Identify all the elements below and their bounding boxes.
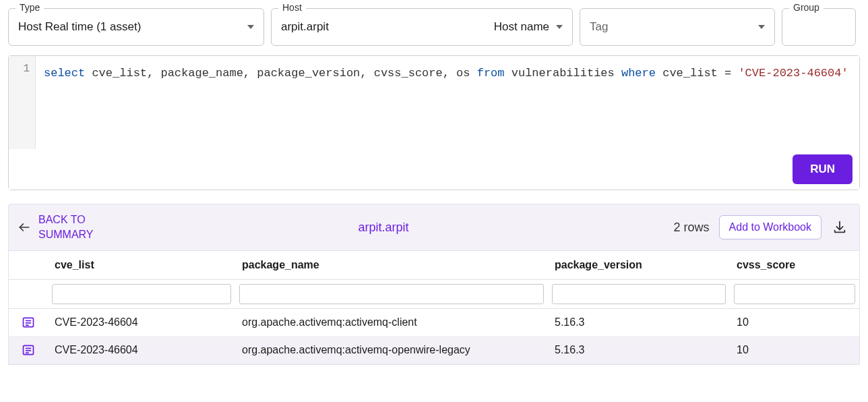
editor-gutter: 1 (9, 56, 36, 149)
filter-cve-list[interactable] (52, 284, 231, 304)
results-identity: arpit.arpit (94, 221, 674, 235)
cell-package-name: org.apache.activemq:activemq-openwire-le… (235, 337, 548, 364)
caret-down-icon (247, 25, 254, 29)
query-editor: 1 select cve_list, package_name, package… (8, 55, 860, 190)
col-cve-list[interactable]: cve_list (48, 251, 235, 280)
expand-row-icon[interactable] (16, 316, 41, 329)
caret-down-icon (758, 25, 765, 29)
cell-package-name: org.apache.activemq:activemq-client (235, 309, 548, 337)
expand-row-icon[interactable] (16, 343, 41, 357)
cell-cve-list: CVE-2023-46604 (48, 309, 235, 337)
caret-down-icon (556, 25, 563, 29)
results-table-wrap: cve_list package_name package_version cv… (8, 251, 860, 365)
cell-cve-list: CVE-2023-46604 (48, 337, 235, 364)
filter-package-name[interactable] (239, 284, 544, 304)
col-package-name[interactable]: package_name (235, 251, 548, 280)
run-button[interactable]: RUN (793, 154, 852, 184)
host-value[interactable]: arpit.arpit (272, 20, 485, 34)
rows-count: 2 rows (674, 221, 710, 235)
add-to-workbook-button[interactable]: Add to Workbook (719, 215, 822, 239)
arrow-left-icon (17, 220, 32, 235)
host-legend: Host (278, 2, 306, 13)
col-cvss-score[interactable]: cvss_score (730, 251, 859, 280)
table-header-row: cve_list package_name package_version cv… (9, 251, 859, 280)
type-value: Host Real time (1 asset) (18, 20, 141, 34)
filter-package-version[interactable] (552, 284, 726, 304)
type-legend: Type (16, 2, 44, 13)
host-subselect-value: Host name (494, 20, 549, 34)
results-table: cve_list package_name package_version cv… (9, 251, 859, 364)
table-row: CVE-2023-46604 org.apache.activemq:activ… (9, 337, 859, 364)
cell-package-version: 5.16.3 (548, 309, 730, 337)
back-to-summary[interactable]: BACK TO SUMMARY (17, 212, 94, 241)
download-button[interactable] (828, 216, 851, 239)
tag-select[interactable]: Tag (580, 8, 775, 46)
col-package-version[interactable]: package_version (548, 251, 730, 280)
cell-package-version: 5.16.3 (548, 337, 730, 364)
back-text: BACK TO SUMMARY (38, 212, 94, 241)
table-row: CVE-2023-46604 org.apache.activemq:activ… (9, 309, 859, 337)
cell-cvss-score: 10 (730, 337, 859, 364)
filters-bar: Type Host Real time (1 asset) Host arpit… (0, 0, 868, 46)
line-number: 1 (9, 63, 30, 75)
group-legend: Group (789, 2, 824, 13)
host-field: Host arpit.arpit Host name (271, 8, 573, 46)
tag-placeholder: Tag (590, 20, 608, 34)
filter-cvss-score[interactable] (734, 284, 855, 304)
results-header: BACK TO SUMMARY arpit.arpit 2 rows Add t… (8, 204, 860, 251)
table-filter-row (9, 280, 859, 309)
query-code[interactable]: select cve_list, package_name, package_v… (36, 56, 859, 149)
host-subselect[interactable]: Host name (485, 20, 572, 34)
cell-cvss-score: 10 (730, 309, 859, 337)
group-select[interactable]: Group (782, 8, 856, 46)
type-select[interactable]: Type Host Real time (1 asset) (8, 8, 264, 46)
